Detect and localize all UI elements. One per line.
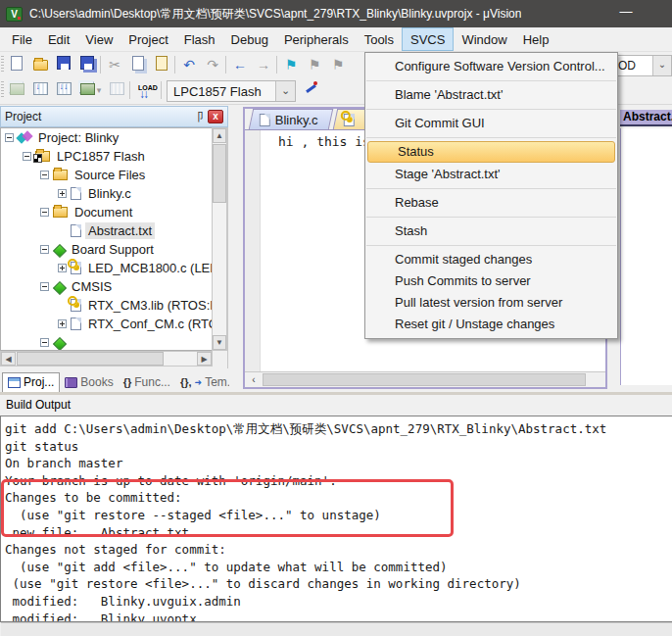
menu-project[interactable]: Project [120,27,175,51]
editor-horizontal-scrollbar[interactable]: ‹ [245,371,605,387]
navigate-forward-icon[interactable]: → [255,56,272,73]
tree-item-blinky-c[interactable]: Blinky.c [1,184,213,203]
project-panel: Project 卩 x Project: Blinky LPC1857 Flas… [0,106,228,392]
project-target-icon [18,132,31,144]
templates-icon: {}, [180,376,192,388]
stop-build-icon[interactable] [108,81,125,99]
scroll-up-icon[interactable]: ▲ [213,128,226,143]
close-panel-icon[interactable]: x [208,110,223,123]
tab-books[interactable]: Books [60,373,118,392]
batch-build-dropdown-icon[interactable]: ▾ [94,81,104,99]
collapse-icon[interactable] [40,282,49,291]
minimize-button[interactable]: — [609,0,643,27]
options-for-target-icon[interactable] [302,81,319,99]
project-vertical-scrollbar[interactable]: ▲ ▼ [212,127,227,351]
menu-item-status[interactable]: Status [367,141,615,163]
menu-item-git-commit-gui[interactable]: Git Commit GUI [365,113,617,134]
menu-item-configure-svc[interactable]: Configure Software Version Control... [365,56,617,77]
tree-item-clipped[interactable] [1,333,213,351]
menu-help[interactable]: Help [515,27,557,51]
right-editor-pane[interactable] [620,128,672,385]
tree-item-rtx-cm3[interactable]: RTX_CM3.lib (RTOS:K [1,296,213,315]
menu-item-push[interactable]: Push Commits to server [365,270,617,292]
tree-item-rtx-conf[interactable]: RTX_Conf_CM.c (RTO [1,315,213,333]
expand-icon[interactable] [58,264,67,272]
search-combo[interactable]: OD ⌄ [613,55,672,76]
paste-icon[interactable] [153,56,170,73]
tab-functions[interactable]: {} Func... [119,373,175,392]
tree-item-project[interactable]: Project: Blinky [1,128,213,147]
redo-icon[interactable]: ↷ [204,56,221,73]
menu-peripherals[interactable]: Peripherals [276,27,357,51]
menu-separator [366,137,616,138]
menu-file[interactable]: File [4,27,40,51]
menu-debug[interactable]: Debug [223,27,276,51]
tab-project[interactable]: Proj... [2,372,60,392]
menu-item-pull[interactable]: Pull latest version from server [365,292,617,314]
open-file-icon[interactable] [31,56,49,73]
tree-item-cmsis[interactable]: CMSIS [1,277,213,296]
collapse-icon[interactable] [40,171,49,179]
build-icon[interactable]: ↓ [31,81,49,99]
menu-item-blame[interactable]: Blame 'Abstract.txt' [365,84,617,106]
menu-item-commit-staged[interactable]: Commit staged changes [365,249,617,270]
menu-item-reset-git[interactable]: Reset git / Unstage changes [365,314,617,335]
tree-item-board-support[interactable]: Board Support [1,240,213,259]
folder-icon [53,170,68,180]
output-line: new file: Abstract.txt [5,524,672,542]
scrollbar-thumb[interactable] [213,144,226,203]
translate-icon[interactable] [8,81,25,99]
tree-item-document[interactable]: Document [1,203,213,221]
prev-bookmark-icon[interactable]: ⚑ [306,56,323,73]
collapse-icon[interactable] [23,152,31,161]
tree-item-source-files[interactable]: Source Files [1,166,213,184]
expand-icon[interactable] [58,189,67,198]
collapse-icon[interactable] [40,245,49,254]
scroll-right-icon[interactable]: ▶ [197,352,212,366]
title-bar: V C:\Users\admin\Desktop\常用文档\预研类\SVCS\a… [0,0,672,27]
tree-item-label: RTX_Conf_CM.c (RTO [85,316,213,332]
rebuild-icon[interactable]: ↓↓ [55,81,72,99]
menu-item-stage[interactable]: Stage 'Abstract.txt' [365,164,617,185]
menu-window[interactable]: Window [454,27,514,51]
tree-item-led-mcb1800[interactable]: LED_MCB1800.c (LED [1,259,213,277]
tree-item-abstract-txt[interactable]: Abstract.txt [1,221,213,240]
menu-tools[interactable]: Tools [357,27,402,51]
build-output-scrollbar[interactable] [1,622,672,636]
next-bookmark-icon[interactable]: ⚑ [329,56,347,73]
chevron-down-icon[interactable]: ⌄ [275,81,295,101]
tree-item-target[interactable]: LPC1857 Flash [1,147,213,166]
collapse-icon[interactable] [40,338,49,347]
bookmark-icon[interactable]: ⚑ [282,56,300,73]
copy-icon[interactable] [129,56,147,73]
expand-icon[interactable] [58,319,67,328]
menu-view[interactable]: View [77,27,120,51]
undo-icon[interactable]: ↶ [180,56,198,73]
navigate-back-icon[interactable]: ← [231,56,249,73]
build-output-content[interactable]: git add C:\Users\admin\Desktop\常用文档\预研类\… [0,416,672,622]
pin-icon[interactable]: 卩 [191,110,205,123]
save-icon[interactable] [55,56,72,73]
scroll-left-icon[interactable]: ◀ [1,352,16,366]
collapse-icon[interactable] [5,133,14,142]
output-line: modified: Blinky.uvoptx [5,611,672,622]
scrollbar-thumb[interactable] [263,373,586,386]
menu-edit[interactable]: Edit [40,27,77,51]
collapse-icon[interactable] [40,208,49,217]
menu-item-rebase[interactable]: Rebase [365,192,617,214]
scroll-left-icon[interactable]: ‹ [247,373,261,386]
tree-item-label: Project: Blinky [35,129,121,146]
menu-flash[interactable]: Flash [176,27,223,51]
tab-abstract-right-pane[interactable]: Abstract.tx [620,110,672,126]
new-file-icon[interactable] [8,56,25,73]
save-all-icon[interactable] [78,56,96,73]
chevron-down-icon[interactable]: ⌄ [652,56,671,75]
tab-blinky-c[interactable]: Blinky.c [249,109,333,129]
menu-item-stash[interactable]: Stash [365,220,617,242]
menu-svcs[interactable]: SVCS [402,27,454,51]
cut-icon[interactable]: ✂ [106,56,123,73]
scrollbar-thumb[interactable] [17,352,164,366]
target-select[interactable]: LPC1857 Flash ⌄ [167,80,296,102]
scroll-down-icon[interactable]: ▼ [213,335,226,350]
project-horizontal-scrollbar[interactable]: ◀ ▶ [0,351,213,367]
